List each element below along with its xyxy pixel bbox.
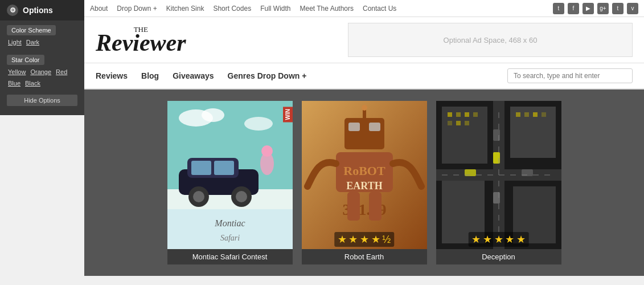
social-icons: t f ▶ g+ t v [553, 3, 638, 14]
svg-rect-43 [456, 121, 461, 125]
ad-space: Optional Ad Space, 468 x 60 [348, 23, 633, 57]
svg-rect-29 [369, 192, 382, 221]
svg-point-2 [202, 108, 224, 122]
content-area: WIN [84, 89, 644, 276]
svg-rect-40 [465, 112, 469, 117]
svg-rect-47 [533, 112, 538, 117]
book-card-montiac: WIN [167, 101, 293, 264]
nav-short-codes[interactable]: Short Codes [213, 5, 251, 13]
svg-rect-42 [448, 121, 452, 125]
star-d-4: ★ [505, 234, 514, 245]
star-red-option[interactable]: Red [56, 68, 67, 75]
star-d-1: ★ [471, 234, 481, 245]
svg-rect-41 [473, 112, 478, 117]
book-image-montiac[interactable]: WIN [167, 101, 293, 249]
star-d-2: ★ [483, 234, 492, 245]
star-4: ★ [371, 234, 380, 245]
youtube-icon[interactable]: ▶ [583, 3, 594, 14]
star-black-option[interactable]: Black [25, 80, 40, 87]
facebook-icon[interactable]: f [568, 3, 579, 14]
svg-rect-7 [191, 161, 211, 175]
svg-rect-48 [542, 112, 546, 117]
star-color-section: Star Color Yellow Orange Red Blue Black [0, 50, 84, 91]
svg-rect-22 [363, 109, 366, 121]
color-dark-option[interactable]: Dark [26, 39, 39, 46]
color-light-option[interactable]: Light [8, 39, 22, 46]
svg-point-3 [244, 117, 273, 131]
svg-rect-21 [369, 123, 380, 131]
svg-rect-46 [524, 112, 529, 117]
twitter-icon[interactable]: t [553, 3, 564, 14]
svg-rect-38 [448, 112, 452, 117]
color-scheme-options: Light Dark [7, 39, 77, 48]
star-d-3: ★ [494, 234, 503, 245]
svg-point-23 [362, 105, 367, 111]
nav-blog[interactable]: Blog [141, 64, 159, 87]
svg-point-12 [236, 191, 247, 202]
svg-text:EARTH: EARTH [346, 180, 382, 192]
main-nav-links: Reviews Blog Giveaways Genres Drop Down … [96, 64, 507, 87]
nav-giveaways[interactable]: Giveaways [173, 64, 214, 87]
star-half: ½ [382, 234, 391, 245]
book-image-deception[interactable]: ★ ★ ★ ★ ★ [436, 101, 561, 249]
svg-text:Safari: Safari [220, 234, 239, 242]
color-scheme-label: Color Scheme [7, 25, 56, 35]
book-card-robot: RoBOT EARTH 301.09 ★ ★ ★ ★ ½ Robot Eart [302, 101, 427, 264]
options-panel: ⚙ Options Color Scheme Light Dark Star C… [0, 0, 84, 115]
logo[interactable]: THE Reviewer [96, 26, 186, 55]
book-title-montiac: Montiac Safari Contest [167, 249, 293, 264]
nav-meet-authors[interactable]: Meet The Authors [300, 5, 354, 13]
book-card-deception: ★ ★ ★ ★ ★ Deception [436, 101, 561, 264]
logo-text: THE Reviewer [96, 26, 186, 55]
main-nav: Reviews Blog Giveaways Genres Drop Down … [84, 63, 644, 89]
star-d-5: ★ [516, 234, 526, 245]
svg-rect-39 [456, 112, 461, 117]
nav-reviews[interactable]: Reviews [96, 64, 128, 87]
search-input[interactable] [507, 68, 633, 83]
star-color-label: Star Color [7, 55, 44, 65]
svg-text:RoBOT: RoBOT [343, 164, 385, 178]
nav-full-width[interactable]: Full Width [260, 5, 290, 13]
top-nav-links: About Drop Down + Kitchen Sink Short Cod… [90, 5, 396, 13]
gear-icon: ⚙ [7, 5, 18, 16]
tumblr-icon[interactable]: t [612, 3, 624, 14]
nav-contact-us[interactable]: Contact Us [363, 5, 396, 13]
star-1: ★ [338, 234, 347, 245]
nav-genres[interactable]: Genres Drop Down + [228, 64, 307, 87]
book-title-deception: Deception [436, 249, 561, 264]
book-image-robot[interactable]: RoBOT EARTH 301.09 ★ ★ ★ ★ ½ [302, 101, 427, 249]
win-badge: WIN [283, 107, 293, 122]
google-plus-icon[interactable]: g+ [597, 3, 609, 14]
logo-reviewer: Reviewer [96, 30, 186, 56]
top-nav: About Drop Down + Kitchen Sink Short Cod… [84, 0, 644, 17]
hide-options-button[interactable]: Hide Options [7, 95, 77, 106]
svg-rect-45 [516, 112, 520, 117]
svg-text:Montiac: Montiac [214, 218, 245, 228]
vimeo-icon[interactable]: v [627, 3, 638, 14]
nav-dropdown[interactable]: Drop Down + [117, 5, 157, 13]
svg-point-10 [193, 191, 204, 202]
star-2: ★ [348, 234, 358, 245]
book-title-robot: Robot Earth [302, 249, 427, 264]
star-blue-option[interactable]: Blue [8, 80, 20, 87]
star-3: ★ [360, 234, 369, 245]
nav-about[interactable]: About [90, 5, 108, 13]
options-title: Options [23, 6, 53, 15]
svg-rect-44 [465, 121, 469, 125]
page-wrapper: About Drop Down + Kitchen Sink Short Cod… [84, 0, 644, 276]
svg-point-14 [261, 145, 273, 157]
options-header: ⚙ Options [0, 0, 84, 21]
svg-rect-8 [214, 161, 234, 175]
star-orange-option[interactable]: Orange [30, 68, 51, 75]
header: THE Reviewer Optional Ad Space, 468 x 60 [84, 17, 644, 63]
svg-rect-20 [348, 123, 360, 131]
color-scheme-section: Color Scheme Light Dark [0, 21, 84, 50]
nav-kitchen-sink[interactable]: Kitchen Sink [166, 5, 204, 13]
svg-rect-28 [347, 192, 360, 221]
star-color-options: Yellow Orange Red Blue Black [7, 68, 77, 89]
star-yellow-option[interactable]: Yellow [8, 68, 26, 75]
svg-rect-15 [167, 209, 293, 249]
